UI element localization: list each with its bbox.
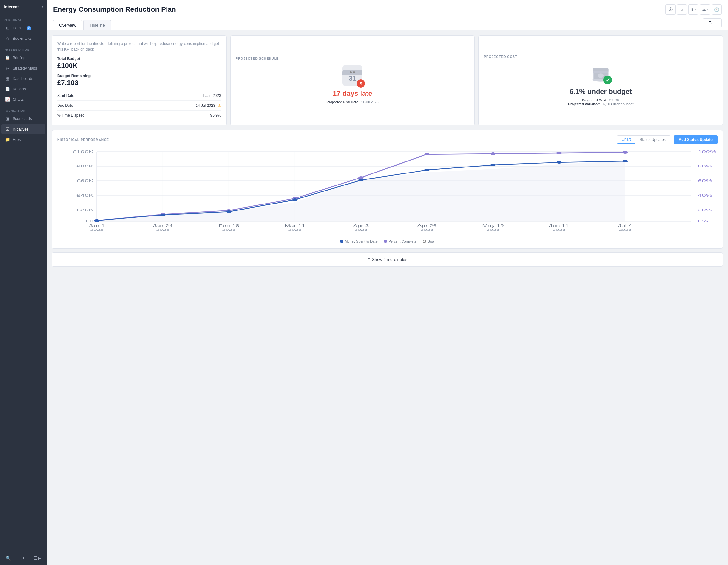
legend-dot-goal <box>423 240 426 243</box>
sidebar-item-home[interactable]: ⊞ Home 2 <box>1 23 45 33</box>
performance-title: HISTORICAL PERFORMANCE <box>57 138 109 142</box>
performance-section: HISTORICAL PERFORMANCE Chart Status Upda… <box>52 130 723 249</box>
svg-text:60%: 60% <box>698 179 712 183</box>
content-area: Write a report for the director defining… <box>47 30 728 565</box>
calendar-date-num: 31 <box>349 75 356 82</box>
svg-text:2023: 2023 <box>288 228 301 231</box>
legend-dot-percent <box>384 240 387 243</box>
show-more-notes-button[interactable]: ⌃ Show 2 more notes <box>52 252 723 267</box>
svg-text:Jul 4: Jul 4 <box>618 224 632 228</box>
time-elapsed-label: % Time Elapsed <box>57 113 85 118</box>
svg-point-60 <box>424 153 430 155</box>
projected-end-value: 31 Jul 2023 <box>361 100 379 104</box>
sidebar-item-charts[interactable]: 📈 Charts <box>1 94 45 104</box>
svg-point-67 <box>292 198 298 201</box>
svg-text:2023: 2023 <box>156 228 169 231</box>
svg-rect-7 <box>593 68 608 71</box>
svg-text:£60K: £60K <box>76 179 94 183</box>
calendar-top <box>342 70 362 75</box>
svg-point-68 <box>358 179 364 181</box>
gear-icon: ⚙ <box>20 556 24 561</box>
tab-overview[interactable]: Overview <box>53 20 82 30</box>
under-budget-badge-icon: ✓ <box>603 76 612 84</box>
svg-point-62 <box>556 152 562 154</box>
tab-timeline[interactable]: Timeline <box>83 20 111 30</box>
sidebar: Internat ‹ PERSONAL ⊞ Home 2 ☆ Bookmarks… <box>0 0 47 565</box>
export-button[interactable]: ⬆ ▾ <box>688 4 698 15</box>
sidebar-item-briefings[interactable]: 📋 Briefings <box>1 53 45 63</box>
time-elapsed-row: % Time Elapsed 95.9% <box>57 110 221 120</box>
svg-text:2023: 2023 <box>420 228 434 231</box>
sidebar-item-label: Initiatives <box>13 127 28 131</box>
sidebar-section-presentation: PRESENTATION <box>0 44 47 52</box>
sidebar-collapse-btn[interactable]: ‹ <box>42 5 43 9</box>
info-button[interactable]: ⓘ <box>665 4 676 15</box>
home-badge: 2 <box>27 26 31 30</box>
svg-text:80%: 80% <box>698 164 712 168</box>
settings-btn[interactable]: ⚙ <box>18 554 27 562</box>
projected-end-label: Projected End Date: <box>326 100 360 104</box>
sidebar-item-dashboards[interactable]: ▦ Dashboards <box>1 74 45 83</box>
calendar-rings <box>349 71 355 74</box>
search-btn[interactable]: 🔍 <box>3 554 14 562</box>
search-icon: 🔍 <box>6 556 11 561</box>
budget-remaining-value: £7,103 <box>57 79 221 87</box>
svg-point-71 <box>556 161 562 164</box>
projected-variance-label: Projected Variance: <box>568 102 600 106</box>
legend-label-percent: Percent Complete <box>389 240 416 243</box>
sidebar-item-label: Strategy Maps <box>13 66 37 70</box>
svg-text:20%: 20% <box>698 208 712 212</box>
tab-status-updates[interactable]: Status Updates <box>635 136 670 144</box>
total-budget-label: Total Budget <box>57 57 221 61</box>
svg-text:£80K: £80K <box>76 164 94 168</box>
sidebar-item-label: Charts <box>13 97 24 102</box>
initiatives-icon: ☑ <box>5 127 10 131</box>
tab-chart[interactable]: Chart <box>617 136 635 144</box>
sidebar-item-label: Reports <box>13 87 26 91</box>
svg-text:May 19: May 19 <box>482 224 504 228</box>
svg-text:100%: 100% <box>698 150 716 154</box>
sidebar-item-initiatives[interactable]: ☑ Initiatives <box>1 124 45 134</box>
svg-point-64 <box>94 219 100 222</box>
legend-dot-money <box>340 240 343 243</box>
svg-point-72 <box>622 160 628 162</box>
header-actions: ⓘ ☆ ⬆ ▾ ☁ ▾ 🕐 <box>665 4 722 15</box>
schedule-section-label: PROJECTED SCHEDULE <box>236 57 279 60</box>
sidebar-bottom: 🔍 ⚙ ☰▶ <box>0 551 47 565</box>
star-button[interactable]: ☆ <box>677 4 687 15</box>
schedule-status-text: 17 days late <box>333 89 372 98</box>
dashboards-icon: ▦ <box>5 76 10 81</box>
collapse-nav-btn[interactable]: ☰▶ <box>31 554 44 562</box>
sidebar-item-scorecards[interactable]: ▣ Scorecards <box>1 114 45 124</box>
sidebar-item-reports[interactable]: 📄 Reports <box>1 84 45 94</box>
sidebar-item-bookmarks[interactable]: ☆ Bookmarks <box>1 33 45 43</box>
svg-point-66 <box>226 210 232 213</box>
edit-button[interactable]: Edit <box>703 18 722 27</box>
sidebar-item-files[interactable]: 📁 Files <box>1 135 45 144</box>
svg-text:2023: 2023 <box>90 228 103 231</box>
sidebar-item-strategy-maps[interactable]: ◎ Strategy Maps <box>1 63 45 73</box>
sidebar-header: Internat ‹ <box>0 0 47 14</box>
cloud-button[interactable]: ☁ ▾ <box>700 4 710 15</box>
svg-text:Mar 11: Mar 11 <box>285 224 305 228</box>
sidebar-section-personal: PERSONAL <box>0 14 47 23</box>
legend-percent: Percent Complete <box>384 240 416 243</box>
svg-text:40%: 40% <box>698 193 712 197</box>
sidebar-item-label: Dashboards <box>13 76 33 81</box>
time-elapsed-value: 95.9% <box>210 113 221 118</box>
add-status-update-button[interactable]: Add Status Update <box>674 135 718 144</box>
svg-text:0%: 0% <box>698 219 708 223</box>
due-date-value: 14 Jul 2023 ⚠ <box>196 103 221 108</box>
projected-cost-label: Projected Cost: <box>582 98 608 102</box>
warning-icon: ⚠ <box>218 103 221 108</box>
bookmarks-icon: ☆ <box>5 36 10 41</box>
svg-text:£0: £0 <box>85 219 94 223</box>
due-date-label: Due Date <box>57 103 73 108</box>
page-tabs: Overview Timeline <box>53 20 112 30</box>
reports-icon: 📄 <box>5 87 10 91</box>
history-button[interactable]: 🕐 <box>712 4 722 15</box>
sidebar-item-label: Home <box>13 26 23 30</box>
legend-label-money: Money Spent to Date <box>345 240 377 243</box>
legend-label-goal: Goal <box>428 240 435 243</box>
page-header: Energy Consumption Reduction Plan ⓘ ☆ ⬆ … <box>47 0 728 30</box>
